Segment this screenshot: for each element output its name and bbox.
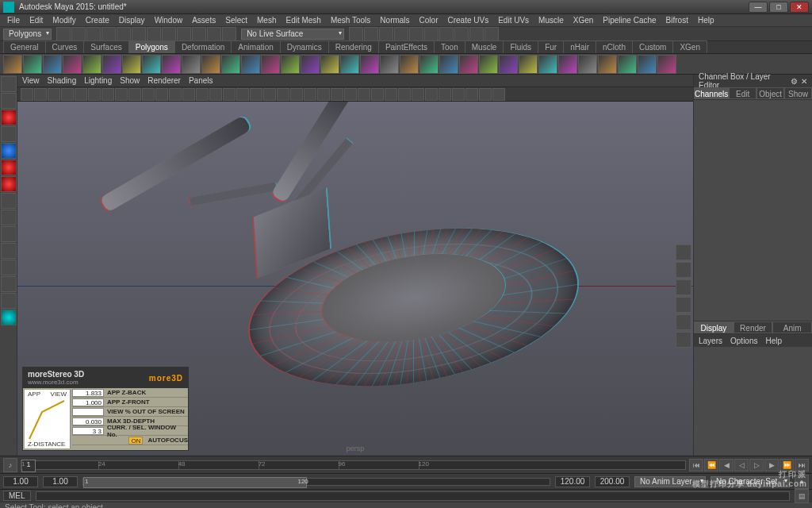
panel-menu-view[interactable]: View	[22, 76, 40, 85]
shelf-button-9[interactable]	[182, 55, 201, 74]
hud-row[interactable]: ONAUTOFOCUS	[72, 436, 188, 445]
layer-menu-layers[interactable]: Layers	[699, 337, 722, 345]
menu-help[interactable]: Help	[694, 16, 718, 25]
tool-button-3[interactable]	[1, 126, 17, 142]
panel-icon-21[interactable]	[304, 88, 316, 101]
menu-edit[interactable]: Edit	[25, 16, 47, 25]
close-button[interactable]: ✕	[790, 2, 809, 13]
command-input[interactable]	[36, 491, 790, 501]
shelf-button-28[interactable]	[558, 55, 577, 74]
shelf-button-14[interactable]	[281, 55, 300, 74]
shelf-button-25[interactable]	[499, 55, 518, 74]
panel-icon-13[interactable]	[196, 88, 209, 101]
menu-color[interactable]: Color	[416, 16, 442, 25]
viewport-handle-2[interactable]	[676, 279, 691, 295]
shelf-button-33[interactable]	[657, 55, 676, 74]
status-icon-4[interactable]	[117, 27, 131, 41]
shelf-button-6[interactable]	[122, 55, 141, 74]
panel-menu-shading[interactable]: Shading	[48, 76, 77, 85]
menu-window[interactable]: Window	[151, 16, 187, 25]
menu-mesh[interactable]: Mesh	[253, 16, 280, 25]
shelf-tab-polygons[interactable]: Polygons	[128, 40, 175, 53]
panel-menu-panels[interactable]: Panels	[189, 76, 213, 85]
status2-icon-7[interactable]	[454, 27, 469, 41]
panel-icon-2[interactable]	[48, 88, 60, 101]
panel-icon-7[interactable]	[115, 88, 128, 101]
shelf-button-26[interactable]	[519, 55, 538, 74]
panel-menu-renderer[interactable]: Renderer	[147, 76, 181, 85]
menu-select[interactable]: Select	[221, 16, 251, 25]
tool-button-6[interactable]	[1, 176, 17, 192]
viewport-handle-1[interactable]	[676, 262, 691, 278]
menu-mesh-tools[interactable]: Mesh Tools	[327, 16, 374, 25]
panel-icon-17[interactable]	[250, 88, 262, 101]
status-icon-8[interactable]	[177, 27, 191, 41]
hud-row[interactable]: VIEW % OUT OF SCREEN	[72, 407, 188, 417]
panel-icon-19[interactable]	[277, 88, 289, 101]
panel-icon-30[interactable]	[425, 88, 438, 101]
menu-edit-uvs[interactable]: Edit UVs	[494, 16, 533, 25]
range-end[interactable]: 200.00	[595, 476, 630, 487]
menu-pipeline-cache[interactable]: Pipeline Cache	[599, 16, 660, 25]
menu-normals[interactable]: Normals	[376, 16, 413, 25]
tool-button-9[interactable]	[1, 226, 17, 242]
status-icon-10[interactable]	[207, 27, 221, 41]
shelf-button-19[interactable]	[380, 55, 399, 74]
tool-button-11[interactable]	[1, 260, 17, 275]
menu-file[interactable]: File	[3, 16, 24, 25]
shelf-button-23[interactable]	[459, 55, 478, 74]
shelf-button-17[interactable]	[340, 55, 359, 74]
time-slider-track[interactable]: 1 124487296120	[21, 460, 686, 470]
shelf-tab-ncloth[interactable]: nCloth	[596, 40, 633, 53]
shelf-button-2[interactable]	[43, 55, 62, 74]
tab-edit[interactable]: Edit	[729, 87, 756, 99]
panel-icon-22[interactable]	[317, 88, 330, 101]
status2-icon-6[interactable]	[439, 27, 454, 41]
shelf-tab-custom[interactable]: Custom	[632, 40, 673, 53]
tool-button-7[interactable]	[1, 193, 17, 209]
panel-icon-6[interactable]	[102, 88, 114, 101]
status-icon-6[interactable]	[147, 27, 161, 41]
status2-icon-9[interactable]	[485, 27, 499, 41]
panel-icon-10[interactable]	[155, 88, 168, 101]
tool-button-1[interactable]	[1, 93, 17, 109]
tab-display[interactable]: Display	[694, 321, 733, 333]
shelf-tab-toon[interactable]: Toon	[434, 40, 465, 53]
viewport-handle-5[interactable]	[676, 332, 691, 348]
panel-icon-20[interactable]	[290, 88, 303, 101]
tool-button-5[interactable]	[1, 160, 17, 175]
hud-row[interactable]: 1.833APP Z-BACK	[72, 388, 188, 398]
stereo-hud-panel[interactable]: moreStereo 3D www.more3d.com more3D APP …	[22, 367, 189, 451]
mode-selector[interactable]: Polygons	[3, 29, 52, 40]
tool-button-13[interactable]	[1, 293, 17, 309]
panel-icon-0[interactable]	[21, 88, 33, 101]
panel-icon-3[interactable]	[61, 88, 74, 101]
menu-assets[interactable]: Assets	[188, 16, 220, 25]
menu-create[interactable]: Create	[82, 16, 113, 25]
panel-icon-25[interactable]	[358, 88, 370, 101]
tool-button-14[interactable]	[1, 310, 17, 325]
shelf-button-10[interactable]	[201, 55, 220, 74]
status-icon-9[interactable]	[192, 27, 206, 41]
shelf-tab-fluids[interactable]: Fluids	[503, 40, 538, 53]
status2-icon-2[interactable]	[379, 27, 393, 41]
shelf-button-3[interactable]	[63, 55, 82, 74]
status-icon-5[interactable]	[132, 27, 146, 41]
status2-icon-5[interactable]	[424, 27, 439, 41]
panel-close-icon[interactable]: ✕	[801, 77, 807, 86]
status-icon-0[interactable]	[56, 27, 71, 41]
status2-icon-1[interactable]	[364, 27, 378, 41]
shelf-tab-surfaces[interactable]: Surfaces	[83, 40, 128, 53]
panel-icon-24[interactable]	[344, 88, 357, 101]
tool-button-0[interactable]	[1, 76, 17, 92]
range-out[interactable]: 120.00	[555, 476, 590, 487]
tool-button-12[interactable]	[1, 276, 17, 292]
shelf-button-21[interactable]	[419, 55, 439, 74]
shelf-button-32[interactable]	[638, 55, 657, 74]
shelf-tab-fur[interactable]: Fur	[538, 40, 564, 53]
panel-icon-32[interactable]	[452, 88, 465, 101]
panel-icon-12[interactable]	[182, 88, 195, 101]
panel-icon-11[interactable]	[169, 88, 182, 101]
tab-object[interactable]: Object	[756, 87, 784, 99]
perspective-viewport[interactable]: persp moreStereo 3D www.more3d.com more3…	[17, 102, 693, 456]
